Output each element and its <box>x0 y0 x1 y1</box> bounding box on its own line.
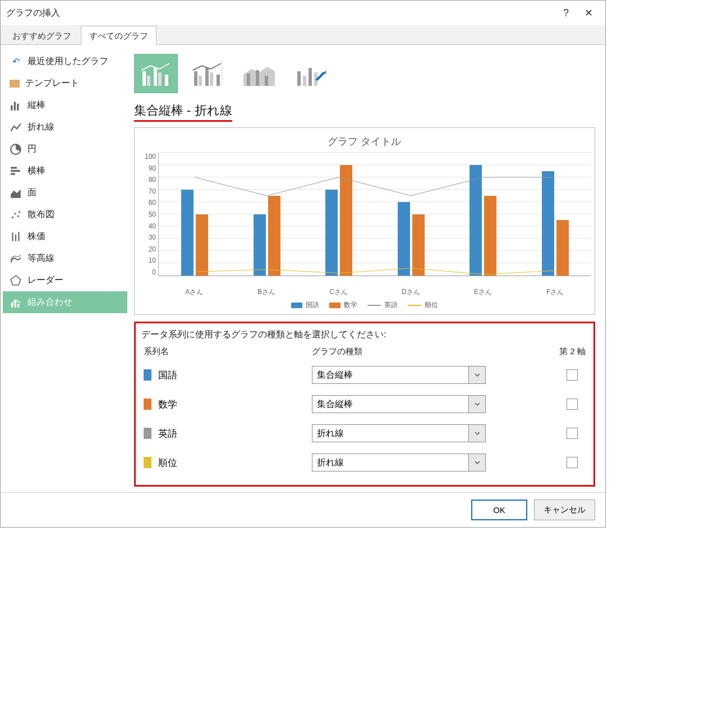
sidebar-item-line[interactable]: 折れ線 <box>3 116 127 138</box>
sidebar-item-combo[interactable]: 組み合わせ <box>3 291 127 313</box>
chart-type-value[interactable] <box>312 367 468 383</box>
series-color-swatch <box>144 369 151 381</box>
surface-chart-icon <box>10 253 22 264</box>
chart-title: グラフ タイトル <box>138 132 591 153</box>
svg-point-9 <box>14 213 16 214</box>
svg-rect-18 <box>17 304 19 308</box>
cancel-button[interactable]: キャンセル <box>534 500 595 520</box>
x-axis: AさんBさんCさんDさんEさんFさん <box>138 287 591 297</box>
sidebar-item-label: 散布図 <box>27 209 54 221</box>
svg-point-11 <box>19 210 20 212</box>
series-row: 国語 <box>141 360 588 390</box>
chart-type-value[interactable] <box>312 454 468 471</box>
chart-type-select[interactable] <box>312 424 486 442</box>
svg-rect-4 <box>11 167 17 168</box>
svg-rect-0 <box>11 106 12 111</box>
titlebar: グラフの挿入 ? ✕ <box>1 1 605 25</box>
series-config-panel: データ系列に使用するグラフの種類と軸を選択してください: 系列名 グラフの種類 … <box>134 322 595 487</box>
tab-all[interactable]: すべてのグラフ <box>81 26 157 45</box>
axis2-checkbox[interactable] <box>567 369 578 381</box>
series-name: 順位 <box>158 456 177 469</box>
plot-area <box>158 153 591 276</box>
sidebar-item-recent[interactable]: ↶ 最近使用したグラフ <box>3 51 127 72</box>
close-button[interactable]: ✕ <box>577 5 600 21</box>
subtype-clustered-line-axis2[interactable] <box>186 54 229 93</box>
axis2-checkbox[interactable] <box>567 428 578 439</box>
sidebar-item-label: 横棒 <box>27 165 45 177</box>
svg-rect-17 <box>15 300 16 307</box>
dialog-footer: OK キャンセル <box>1 492 605 527</box>
legend: 国語数学英語順位 <box>138 297 591 311</box>
svg-rect-24 <box>194 71 197 86</box>
svg-rect-1 <box>14 102 16 110</box>
tab-bar: おすすめグラフ すべてのグラフ <box>1 25 605 45</box>
svg-rect-6 <box>11 173 15 175</box>
svg-point-8 <box>12 216 13 218</box>
svg-rect-31 <box>247 74 250 86</box>
undo-icon: ↶ <box>10 56 22 67</box>
sidebar-item-bar[interactable]: 横棒 <box>3 160 127 182</box>
chart-preview[interactable]: グラフ タイトル 1009080706050403020100 AさんBさんCさ… <box>134 127 595 315</box>
chart-type-select[interactable] <box>312 366 486 384</box>
sidebar-item-label: 組み合わせ <box>27 296 72 308</box>
svg-rect-35 <box>303 76 306 86</box>
tab-recommended[interactable]: おすすめグラフ <box>4 26 80 45</box>
col-series-name: 系列名 <box>144 346 312 357</box>
subtype-custom[interactable] <box>289 54 333 93</box>
chevron-down-icon[interactable] <box>468 454 485 471</box>
series-color-swatch <box>144 399 151 410</box>
stock-chart-icon <box>10 231 22 242</box>
svg-marker-7 <box>11 189 21 198</box>
sidebar-item-label: 円 <box>27 143 36 155</box>
chart-category-list: ↶ 最近使用したグラフ テンプレート 縦棒 折れ線 円 横棒 <box>1 45 130 492</box>
series-color-swatch <box>144 428 151 439</box>
sidebar-item-area[interactable]: 面 <box>3 182 127 204</box>
pie-chart-icon <box>10 144 22 155</box>
svg-marker-38 <box>324 70 326 75</box>
line-chart-icon <box>10 122 22 133</box>
subtype-clustered-line[interactable] <box>134 54 178 93</box>
sidebar-item-column[interactable]: 縦棒 <box>3 94 127 116</box>
sidebar-item-scatter[interactable]: 散布図 <box>3 204 127 226</box>
sidebar-item-label: レーダー <box>27 274 63 286</box>
scatter-chart-icon <box>10 209 22 221</box>
sidebar-item-stock[interactable]: 株価 <box>3 226 127 248</box>
sidebar-item-pie[interactable]: 円 <box>3 138 127 160</box>
series-instruction: データ系列に使用するグラフの種類と軸を選択してください: <box>141 328 588 345</box>
svg-rect-32 <box>256 70 259 86</box>
area-chart-icon <box>10 187 22 199</box>
axis2-checkbox[interactable] <box>567 399 578 410</box>
chart-type-value[interactable] <box>312 425 468 442</box>
series-row: 英語 <box>141 419 588 448</box>
axis2-checkbox[interactable] <box>567 457 578 468</box>
sidebar-item-templates[interactable]: テンプレート <box>3 72 127 94</box>
ok-button[interactable]: OK <box>471 500 527 520</box>
sidebar-item-radar[interactable]: レーダー <box>3 269 127 291</box>
sidebar-item-label: 等高線 <box>27 253 54 264</box>
svg-rect-2 <box>17 103 19 110</box>
svg-rect-20 <box>147 76 150 86</box>
svg-rect-36 <box>309 68 312 86</box>
series-color-swatch <box>144 457 151 468</box>
svg-rect-34 <box>297 71 301 86</box>
col-axis2: 第 2 軸 <box>541 346 586 357</box>
sidebar-item-surface[interactable]: 等高線 <box>3 248 127 269</box>
chart-type-select[interactable] <box>312 395 486 413</box>
bar-chart-icon <box>10 100 22 111</box>
series-name: 数学 <box>158 398 177 411</box>
subtype-row <box>134 52 595 99</box>
help-button[interactable]: ? <box>555 5 577 21</box>
svg-rect-26 <box>205 68 209 86</box>
chart-type-value[interactable] <box>312 396 468 413</box>
series-name: 英語 <box>158 427 177 440</box>
combo-chart-icon <box>10 297 22 308</box>
sidebar-item-label: テンプレート <box>25 77 79 89</box>
chevron-down-icon[interactable] <box>468 425 485 442</box>
chevron-down-icon[interactable] <box>468 396 485 413</box>
chevron-down-icon[interactable] <box>468 367 485 383</box>
col-chart-type: グラフの種類 <box>312 346 541 357</box>
svg-rect-25 <box>199 76 202 86</box>
subtype-title: 集合縦棒 - 折れ線 <box>134 99 232 122</box>
subtype-stacked-area-column[interactable] <box>237 54 281 93</box>
chart-type-select[interactable] <box>312 454 486 471</box>
